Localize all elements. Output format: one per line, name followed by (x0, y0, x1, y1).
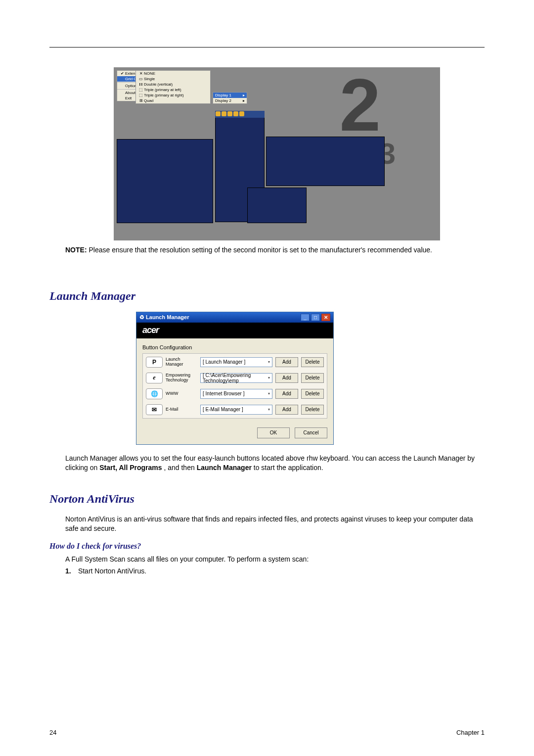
note-text: Please ensure that the resolution settin… (89, 246, 432, 254)
lm-row-1: P Launch Manager [ Launch Manager ]▾ Add… (146, 357, 324, 368)
layout-triple-l: Triple (primary at left) (144, 88, 181, 92)
lm-row-4: ✉ E-Mail [ E-Mail Manager ]▾ Add Delete (146, 404, 324, 415)
launch-manager-window: ♻ Launch Manager _ □ ✕ acer Button Confi… (136, 312, 334, 445)
select-p[interactable]: [ Launch Manager ]▾ (200, 357, 272, 367)
select-email[interactable]: [ E-Mail Manager ]▾ (200, 405, 272, 415)
add-button-2[interactable]: Add (275, 373, 298, 383)
heading-norton: Norton AntiVirus (49, 492, 485, 506)
keylabel-p: Launch Manager (166, 357, 197, 367)
keycap-email: ✉ (146, 404, 163, 415)
minimize-icon[interactable]: _ (301, 314, 310, 321)
display-2: Display 2 (215, 98, 231, 103)
add-button-3[interactable]: Add (275, 389, 298, 399)
gridvista-display-submenu: Display 1▸ Display 2▸ (213, 92, 247, 104)
layout-triple-r: Triple (primary at right) (144, 93, 184, 97)
layout-quad: Quad (144, 98, 154, 103)
lm-brand-bar: acer (136, 323, 333, 338)
acer-logo: acer (142, 325, 159, 335)
add-button-4[interactable]: Add (275, 405, 298, 415)
chevron-down-icon: ▾ (268, 391, 270, 396)
heading-howdo: How do I check for viruses? (49, 542, 485, 551)
gridvista-layout-submenu: ✕NONE ▭Single ⫿⫿Double (vertical) ⬚Tripl… (135, 70, 211, 104)
layout-none: NONE (144, 71, 155, 76)
top-rule (49, 47, 485, 47)
keylabel-e: Empowering Technology (166, 373, 197, 383)
keylabel-email: E-Mail (166, 407, 197, 412)
chevron-down-icon: ▾ (268, 376, 270, 380)
page-number: 24 (49, 729, 56, 736)
taskbar-icons (215, 111, 265, 118)
keycap-p: P (146, 357, 163, 368)
select-www[interactable]: [ Internet Browser ]▾ (200, 389, 272, 399)
keycap-e: e (146, 373, 163, 383)
delete-button-1[interactable]: Delete (301, 357, 324, 367)
desktop-thumb-4 (247, 188, 307, 223)
big-2: 2 (340, 62, 381, 148)
ok-button[interactable]: OK (257, 427, 290, 438)
chevron-down-icon: ▾ (268, 360, 270, 364)
norton-paragraph: Norton AntiVirus is an anti-virus softwa… (65, 515, 485, 533)
desktop-thumb-3 (266, 137, 385, 186)
gridvista-figure: ✔Extend Grid Cfg Options … About … Exit … (114, 67, 440, 240)
keylabel-www: WWW (166, 391, 197, 396)
maximize-icon[interactable]: □ (311, 314, 320, 321)
keycap-www: 🌐 (146, 388, 163, 399)
step-1: 1. Start Norton AntiVirus. (65, 567, 485, 575)
lm-section-label: Button Configuration (142, 344, 327, 350)
select-e[interactable]: [ C:\Acer\Empowering Technology\emp▾ (200, 373, 272, 383)
cancel-button[interactable]: Cancel (295, 427, 327, 438)
layout-double: Double (vertical) (144, 82, 173, 87)
display-1: Display 1 (215, 93, 231, 97)
layout-single: Single (144, 77, 155, 81)
delete-button-3[interactable]: Delete (301, 389, 324, 399)
delete-button-4[interactable]: Delete (301, 405, 324, 415)
close-icon[interactable]: ✕ (321, 314, 330, 321)
chapter-label: Chapter 1 (456, 729, 485, 736)
desktop-thumb-1 (117, 139, 213, 223)
lm-rows: P Launch Manager [ Launch Manager ]▾ Add… (142, 353, 327, 419)
lm-row-3: 🌐 WWW [ Internet Browser ]▾ Add Delete (146, 388, 324, 399)
lm-title: Launch Manager (146, 314, 189, 320)
note-label: NOTE: (65, 246, 87, 254)
menu-exit: Exit (125, 96, 132, 100)
chevron-down-icon: ▾ (268, 407, 270, 412)
delete-button-2[interactable]: Delete (301, 373, 324, 383)
note-block: NOTE: Please ensure that the resolution … (65, 245, 485, 255)
scan-intro: A Full System Scan scans all files on yo… (65, 555, 485, 564)
launch-paragraph: Launch Manager allows you to set the fou… (65, 454, 485, 472)
add-button-1[interactable]: Add (275, 357, 298, 367)
lm-titlebar: ♻ Launch Manager _ □ ✕ (136, 312, 333, 323)
lm-row-2: e Empowering Technology [ C:\Acer\Empowe… (146, 373, 324, 383)
heading-launch-manager: Launch Manager (49, 289, 485, 303)
page-footer: 24 Chapter 1 (49, 729, 485, 736)
ordered-list: 1. Start Norton AntiVirus. (65, 567, 485, 575)
